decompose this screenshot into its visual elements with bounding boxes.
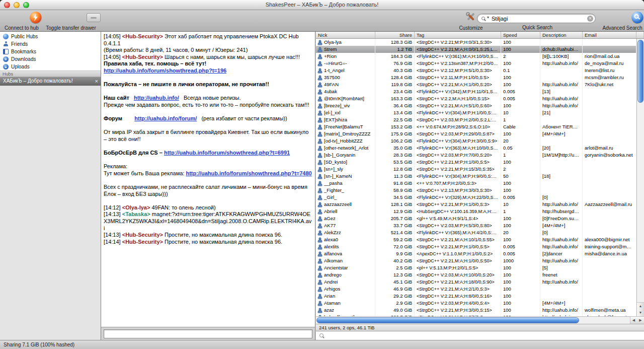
userlist-filter-bar bbox=[316, 331, 644, 340]
vertical-scrollbar-thumb[interactable] bbox=[637, 40, 643, 103]
user-row[interactable]: [od-tv]_HobbitZZZ 106.2 GiB <FlylinkDC++… bbox=[316, 137, 636, 145]
user-row[interactable]: +Rion 184.3 GiB <FlylinkDC++ V:(r361);M:… bbox=[316, 53, 636, 60]
zoom-window-button[interactable] bbox=[23, 2, 29, 8]
user-row[interactable]: 1-t_Angel 40.3 GiB <StrgDC++ V:2.12,M:P;… bbox=[316, 67, 636, 74]
close-hub-icon[interactable]: × bbox=[95, 77, 98, 85]
user-share: 2.9 GiB bbox=[375, 300, 415, 307]
user-speed: 1 bbox=[501, 152, 540, 159]
transfer-drawer-icon bbox=[87, 13, 101, 22]
user-row[interactable]: -=HirurG=- 76.9 GiB <StrgDC++ V:2.13svn3… bbox=[316, 60, 636, 67]
chat-link[interactable]: http://uahub.info/ bbox=[134, 95, 179, 101]
user-row[interactable]: [breeze]_viv 36.4 GiB <StrgDC++ V:2.21,M… bbox=[316, 102, 636, 109]
user-row[interactable]: [FreeNet]BalamuT 153.2 GiB <++ V:0.674,M… bbox=[316, 123, 636, 130]
user-row[interactable]: [other-network]_Arlot 35.0 GiB <FlylinkD… bbox=[316, 145, 636, 152]
column-header-email[interactable]: Email bbox=[583, 32, 636, 38]
quick-search-input[interactable] bbox=[492, 15, 585, 22]
user-description: freenet bbox=[540, 271, 583, 278]
chat-link[interactable]: http://uahub.info/forum/ bbox=[134, 115, 197, 121]
user-nick: Andrei bbox=[324, 278, 338, 286]
user-icon bbox=[317, 167, 323, 172]
user-row[interactable]: Ancientstar 2.5 GiB <pl++ V:5.13,M:P;H:2… bbox=[316, 264, 636, 271]
chat-link[interactable]: http://uahub.info/forum/showthread.php?t… bbox=[186, 170, 311, 176]
user-row[interactable]: Abriell 12.9 GiB <HubSergDC++ V:100.16.3… bbox=[316, 208, 636, 215]
user-row[interactable]: _Fighter_ 58.9 GiB <StrgDC++ V:2.13,M:P;… bbox=[316, 187, 636, 194]
search-scope-arrow-icon[interactable]: ▾ bbox=[487, 15, 489, 20]
user-row[interactable]: AlekZzz 521.4 GiB <FlylinkDC++ V:r(365),… bbox=[316, 229, 636, 236]
column-header-description[interactable]: Description bbox=[540, 32, 583, 38]
user-row[interactable]: 357500 128.4 GiB <StrgDC++ V:2.11,M:P;H:… bbox=[316, 74, 636, 81]
scroll-left-icon[interactable]: ◀ bbox=[630, 317, 637, 324]
quick-search-field[interactable]: ▾ × bbox=[477, 14, 596, 23]
user-description: http://uahub.info/ bbox=[540, 236, 583, 243]
user-row[interactable]: AK77 33.7 GiB <StrgDC++ V:2.03,M:P;H:5/3… bbox=[316, 222, 636, 229]
userlist-filter-input[interactable] bbox=[327, 332, 642, 339]
friends-icon bbox=[3, 41, 9, 47]
user-icon bbox=[317, 160, 323, 165]
scroll-down-icon[interactable]: ▼ bbox=[637, 309, 644, 316]
user-email bbox=[583, 123, 636, 130]
user-row[interactable]: [sn-]_KameN 11.3 GiB <FlylinkDC++ V:r(30… bbox=[316, 173, 636, 180]
user-row[interactable]: Strem 1.2 TiB <StrgDC++ V:2.21;M:A;H:0/0… bbox=[316, 46, 636, 53]
sidebar-item-public-hubs[interactable]: Public Hubs bbox=[0, 33, 101, 40]
user-row[interactable]: Olya-lya 128.3 GiB <StrgDC++ V:2.21;M:P;… bbox=[316, 39, 636, 46]
userlist-horizontal-scrollbar[interactable]: ◀ ▶ bbox=[316, 316, 644, 324]
user-description: http://uahub.info/ bbox=[540, 307, 583, 314]
column-header-share[interactable]: Share bbox=[375, 32, 415, 38]
user-row[interactable]: [sn+]_sly 12.8 GiB <StrgDC++ V:2.21,M:P;… bbox=[316, 166, 636, 173]
user-row[interactable]: alfanova 9.9 GiB <ApexDC++ V:1.1.0,M:P;H… bbox=[316, 250, 636, 257]
scroll-right-icon[interactable]: ▶ bbox=[637, 317, 644, 324]
sidebar-item-friends[interactable]: Friends bbox=[0, 40, 101, 48]
user-row[interactable]: [EXT]shiza 22.5 GiB <StrgDC++ V:2.03,M:P… bbox=[316, 116, 636, 123]
user-row[interactable]: Andrei 45.1 GiB <StrgDC++ V:2.21,M:A;H:1… bbox=[316, 278, 636, 286]
user-row[interactable]: alexa0 59.2 GiB <StrgDC++ V:2.21,M:A;H:1… bbox=[316, 236, 636, 243]
user-speed: 0.005 bbox=[501, 250, 540, 257]
user-row[interactable]: alextits 72.0 GiB <StrgDC++ V:2.21,M:P;H… bbox=[316, 243, 636, 250]
user-row[interactable]: Alkoman 40.2 GiB <StrgDC++ V:2.21,M:A;H:… bbox=[316, 257, 636, 264]
connect-to-hub-button[interactable]: Connect to hub bbox=[2, 11, 41, 31]
userlist-vertical-scrollbar[interactable]: ▲ ▼ bbox=[636, 39, 644, 316]
sidebar-item-bookmarks[interactable]: Bookmarks bbox=[0, 48, 101, 55]
user-row[interactable]: andrego 12.3 GiB <StrgDC++ V:2.03,M:A;H:… bbox=[316, 271, 636, 278]
user-nick: [FreeNet]BalamuT bbox=[324, 123, 363, 130]
sidebar: Public Hubs Friends Bookmarks Downloads … bbox=[0, 32, 101, 340]
chat-line: От мира IP хаба закрыт в биллинге провай… bbox=[104, 129, 312, 143]
user-row[interactable]: aGez 205.7 GiB <gl++ V:5.49,M:A;H:9/1/1,… bbox=[316, 215, 636, 222]
user-row[interactable]: 49FAN 119.8 GiB <StrgDC++ V:2.21;M:A;H:1… bbox=[316, 81, 636, 88]
user-speed: 100 bbox=[501, 307, 540, 314]
chat-text: (Время работы: 8 дней, 11 часов, 0 минут… bbox=[104, 47, 248, 53]
column-header-nick[interactable]: Nick bbox=[316, 32, 375, 38]
toggle-transfer-drawer-button[interactable]: Toggle transfer drawer bbox=[41, 11, 101, 31]
column-header-speed[interactable]: Speed bbox=[501, 32, 540, 38]
user-row[interactable]: [SD_kysto] 53.5 GiB <StrgDC++ V:2.21,M:P… bbox=[316, 159, 636, 166]
user-row[interactable]: [sb-]_Goryanin 28.3 GiB <StrgDC++ V:2.03… bbox=[316, 152, 636, 159]
user-speed: 1 bbox=[501, 116, 540, 123]
user-row[interactable]: @t0m!K[RombNet] 163.3 GiB <StrgDC++ V:2.… bbox=[316, 95, 636, 102]
user-row[interactable]: Arian 29.2 GiB <StrgDC++ V:2.21,M:A;H:8/… bbox=[316, 293, 636, 300]
sidebar-item-uploads[interactable]: Uploads bbox=[0, 63, 101, 71]
user-email: 7Klo@ukr.net bbox=[583, 81, 636, 88]
user-email bbox=[583, 222, 636, 229]
column-header-tag[interactable]: Tag bbox=[415, 32, 501, 38]
chat-link[interactable]: http://uahub.info/forum/showthread.php?t… bbox=[104, 67, 226, 74]
user-row[interactable]: Ataman 2.9 GiB <StrgDC++ V:2.03,M:P;H:4/… bbox=[316, 300, 636, 307]
scroll-up-icon[interactable]: ▲ bbox=[637, 302, 644, 309]
horizontal-scrollbar-thumb[interactable] bbox=[316, 317, 579, 323]
advanced-search-button[interactable]: Advanced Search bbox=[602, 11, 643, 31]
chat-link[interactable]: http://uahub.info/forum/showthread.php?t… bbox=[164, 150, 290, 156]
hub-tab[interactable]: ХАБикЪ – Добро пожаловать! × bbox=[0, 77, 101, 86]
user-nick: alextits bbox=[324, 243, 339, 250]
user-row[interactable]: [matrix]_DmitroyZZZZ 175.9 GiB <StrgDC++… bbox=[316, 130, 636, 137]
user-nick: AlekZzz bbox=[324, 229, 341, 236]
user-row[interactable]: [el-]_xxl 13.4 GiB <FlylinkDC++ V:r(304)… bbox=[316, 109, 636, 116]
close-window-button[interactable] bbox=[4, 2, 10, 8]
sidebar-item-downloads[interactable]: Downloads bbox=[0, 55, 101, 63]
user-row[interactable]: 4ubak 23.4 GiB <FlylinkDC++ V:r(342),M:P… bbox=[316, 88, 636, 95]
user-row[interactable]: Arhigos 46.9 GiB <StrgDC++ V:2.21,M:A;H:… bbox=[316, 286, 636, 293]
minimize-window-button[interactable] bbox=[14, 2, 20, 8]
user-row[interactable]: __pasha 91.8 GiB <++ V:0.707,M:P,H:2/0/0… bbox=[316, 180, 636, 187]
clear-search-icon[interactable]: × bbox=[587, 16, 593, 22]
user-row[interactable]: azaz 49.0 GiB <StrgDC++ V:2.21,M:P;H:3/0… bbox=[316, 307, 636, 314]
user-row[interactable]: _Girl_ 34.5 GiB <FlylinkDC++ V:r(329),M:… bbox=[316, 194, 636, 201]
user-row[interactable]: aazzaazzeell 128.1 GiB <StrgDC++ V:2.21,… bbox=[316, 201, 636, 208]
chat-input[interactable] bbox=[104, 329, 312, 338]
